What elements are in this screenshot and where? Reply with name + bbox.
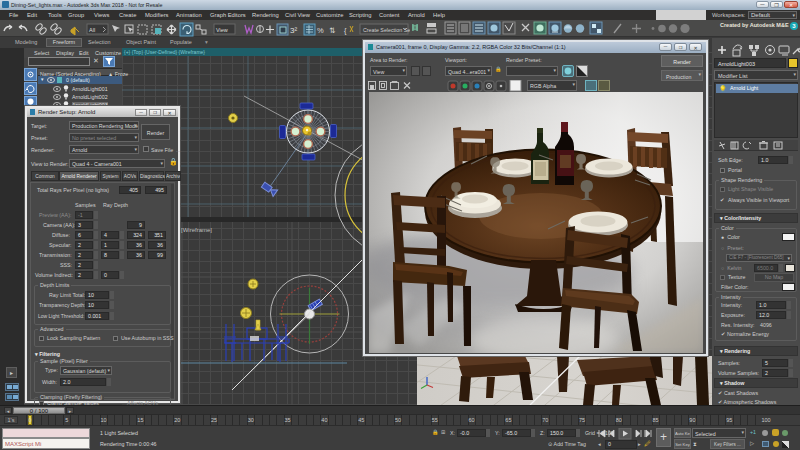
svg-text:⇅: ⇅: [329, 26, 336, 35]
svg-text:%: %: [317, 26, 324, 35]
svg-text:[Wireframe]: [Wireframe]: [181, 227, 212, 233]
svg-text:View: View: [216, 27, 228, 33]
svg-text:Create Selection Se: Create Selection Se: [363, 27, 410, 33]
svg-text:{: {: [344, 26, 347, 35]
svg-text:3²: 3²: [290, 26, 297, 35]
svg-text:All: All: [89, 27, 95, 33]
